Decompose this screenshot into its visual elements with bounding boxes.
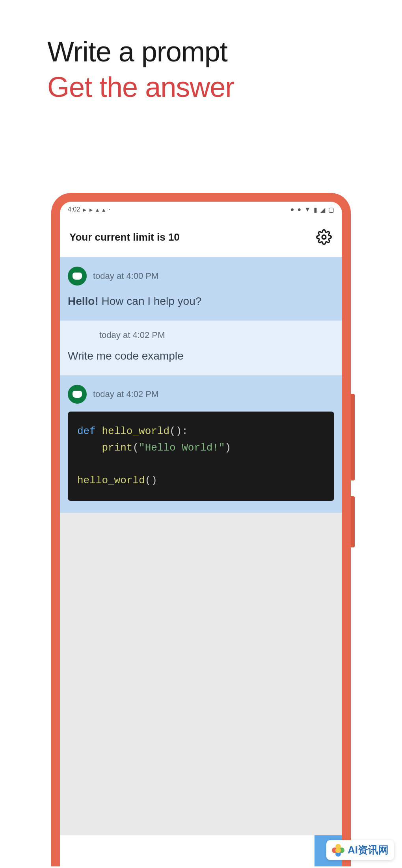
code-paren: (): xyxy=(169,425,188,437)
app-header: Your current limit is 10 xyxy=(60,217,342,257)
chat-bubble-icon xyxy=(73,273,82,280)
code-function: hello_world xyxy=(102,425,169,437)
message-header: today at 4:02 PM xyxy=(68,385,334,404)
hero-section: Write a prompt Get the answer xyxy=(0,0,402,103)
message-timestamp: today at 4:02 PM xyxy=(93,389,158,399)
status-wifi-icon: ▼ xyxy=(304,206,311,213)
user-message: today at 4:02 PM Write me code example xyxy=(60,321,342,375)
phone-frame: 4:02 ▸ ▸ ▴ ▴ · ● ● ▼ ▮ ◢ ▢ Your current … xyxy=(51,193,351,866)
chat-bubble-icon xyxy=(73,391,82,398)
code-string: "Hello World!" xyxy=(139,442,225,454)
code-function: hello_world xyxy=(77,475,145,486)
status-notif-icon: ▴ xyxy=(102,206,105,213)
watermark-text: AI资讯网 xyxy=(348,843,389,857)
message-timestamp: today at 4:02 PM xyxy=(99,330,334,340)
phone-screen: 4:02 ▸ ▸ ▴ ▴ · ● ● ▼ ▮ ◢ ▢ Your current … xyxy=(60,202,342,866)
message-timestamp: today at 4:00 PM xyxy=(93,271,158,281)
code-paren: () xyxy=(145,475,157,486)
bot-avatar xyxy=(68,385,87,404)
status-battery-icon: ▢ xyxy=(328,206,334,213)
status-bar-right: ● ● ▼ ▮ ◢ ▢ xyxy=(290,206,334,213)
status-system-icon: ● xyxy=(297,206,301,213)
hero-title-line1: Write a prompt xyxy=(47,35,402,68)
code-paren: ( xyxy=(132,442,139,454)
gear-icon xyxy=(316,229,332,245)
svg-point-0 xyxy=(322,235,326,239)
status-notif-icon: ▸ xyxy=(83,206,86,213)
message-text-rest: How can I help you? xyxy=(99,295,202,307)
bot-message: today at 4:02 PM def hello_world(): prin… xyxy=(60,375,342,512)
code-function: print xyxy=(102,442,132,454)
hero-title-line2: Get the answer xyxy=(47,71,402,103)
status-bar: 4:02 ▸ ▸ ▴ ▴ · ● ● ▼ ▮ ◢ ▢ xyxy=(60,202,342,217)
input-bar: ➤ xyxy=(60,835,342,866)
status-system-icon: ▮ xyxy=(314,206,317,213)
app-header-title: Your current limit is 10 xyxy=(69,231,180,243)
message-text-bold: Hello! xyxy=(68,295,99,307)
status-time: 4:02 xyxy=(68,206,80,213)
message-text: Hello! How can I help you? xyxy=(68,293,334,309)
bot-message: today at 4:00 PM Hello! How can I help y… xyxy=(60,257,342,321)
message-header: today at 4:02 PM xyxy=(68,330,334,340)
settings-button[interactable] xyxy=(315,228,333,246)
code-line: def hello_world(): xyxy=(77,423,325,440)
status-bar-left: 4:02 ▸ ▸ ▴ ▴ · xyxy=(68,206,110,213)
message-header: today at 4:00 PM xyxy=(68,267,334,286)
watermark-logo-icon xyxy=(332,844,344,857)
code-line: print("Hello World!") xyxy=(77,440,325,456)
chat-area[interactable]: today at 4:00 PM Hello! How can I help y… xyxy=(60,257,342,835)
status-notif-icon: ▸ xyxy=(89,206,93,213)
code-line xyxy=(77,456,325,473)
status-notif-icon: · xyxy=(108,206,110,213)
bot-avatar xyxy=(68,267,87,286)
status-signal-icon: ◢ xyxy=(320,206,325,213)
code-block: def hello_world(): print("Hello World!")… xyxy=(68,412,334,501)
code-keyword: def xyxy=(77,425,102,437)
watermark: AI资讯网 xyxy=(326,840,394,860)
phone-side-button xyxy=(351,394,355,480)
message-text: Write me code example xyxy=(68,348,334,364)
code-indent xyxy=(77,442,102,454)
phone-side-button-2 xyxy=(351,496,355,547)
status-system-icon: ● xyxy=(290,206,294,213)
code-paren: ) xyxy=(225,442,231,454)
status-notif-icon: ▴ xyxy=(96,206,99,213)
code-line: hello_world() xyxy=(77,473,325,489)
